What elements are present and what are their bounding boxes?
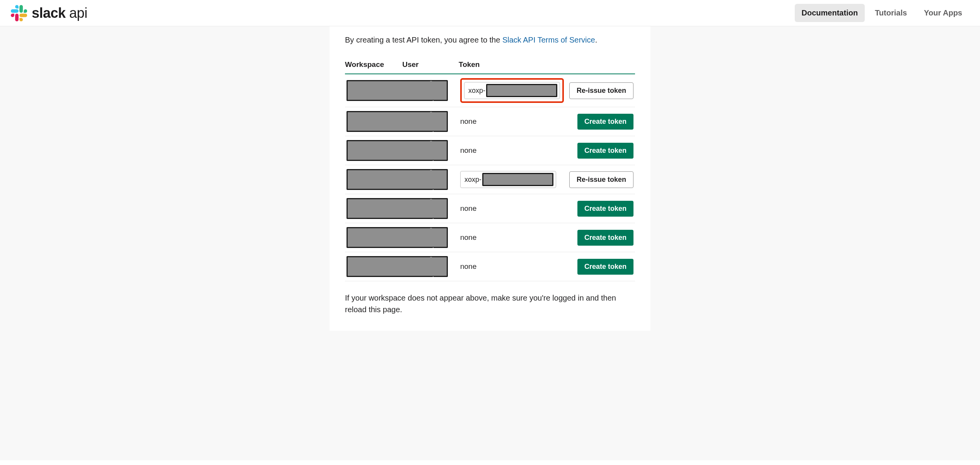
token-none: none — [460, 146, 476, 155]
table-row: none Create token — [345, 136, 635, 165]
col-header-user: User — [402, 56, 459, 74]
token-none: none — [460, 204, 476, 213]
table-row: none Create token — [345, 252, 635, 281]
redacted-workspace-user — [347, 169, 448, 190]
redacted-workspace-user — [347, 140, 448, 161]
table-row: xoxp- Re-issue token — [345, 165, 635, 194]
slack-logo-icon — [11, 5, 27, 21]
footer-note: If your workspace does not appear above,… — [345, 292, 635, 315]
reissue-token-button[interactable]: Re-issue token — [569, 82, 633, 99]
redacted-workspace-user — [347, 80, 448, 101]
create-token-button[interactable]: Create token — [577, 114, 633, 130]
logo-text: slack api — [32, 5, 87, 21]
col-header-workspace: Workspace — [345, 56, 402, 74]
terms-of-service-link[interactable]: Slack API Terms of Service — [502, 36, 595, 44]
token-field[interactable]: xoxp- — [460, 171, 556, 188]
nav-your-apps[interactable]: Your Apps — [917, 4, 969, 22]
create-token-button[interactable]: Create token — [577, 143, 633, 159]
logo[interactable]: slack api — [11, 5, 87, 21]
content-card: By creating a test API token, you agree … — [330, 26, 650, 331]
nav-documentation[interactable]: Documentation — [795, 4, 865, 22]
site-header: slack api Documentation Tutorials Your A… — [0, 0, 980, 26]
token-field[interactable]: xoxp- — [464, 82, 560, 99]
redacted-token — [482, 173, 553, 186]
token-none: none — [460, 262, 476, 271]
page-body: By creating a test API token, you agree … — [0, 26, 980, 460]
create-token-button[interactable]: Create token — [577, 259, 633, 275]
table-row: none Create token — [345, 194, 635, 223]
token-none: none — [460, 117, 476, 126]
nav-tutorials[interactable]: Tutorials — [868, 4, 914, 22]
token-none: none — [460, 233, 476, 242]
redacted-workspace-user — [347, 198, 448, 219]
tokens-table: Workspace User Token xoxp- — [345, 56, 635, 281]
redacted-workspace-user — [347, 111, 448, 132]
redacted-workspace-user — [347, 227, 448, 248]
col-header-token: Token — [459, 56, 635, 74]
token-highlight: xoxp- — [460, 78, 564, 103]
table-row: none Create token — [345, 107, 635, 136]
redacted-token — [486, 84, 557, 97]
intro-text: By creating a test API token, you agree … — [345, 34, 635, 46]
table-row: none Create token — [345, 223, 635, 252]
redacted-workspace-user — [347, 256, 448, 277]
token-prefix: xoxp- — [467, 87, 485, 95]
create-token-button[interactable]: Create token — [577, 201, 633, 217]
reissue-token-button[interactable]: Re-issue token — [569, 171, 633, 188]
create-token-button[interactable]: Create token — [577, 230, 633, 246]
top-nav: Documentation Tutorials Your Apps — [795, 4, 969, 22]
token-prefix: xoxp- — [463, 176, 481, 184]
table-row: xoxp- Re-issue token — [345, 74, 635, 107]
